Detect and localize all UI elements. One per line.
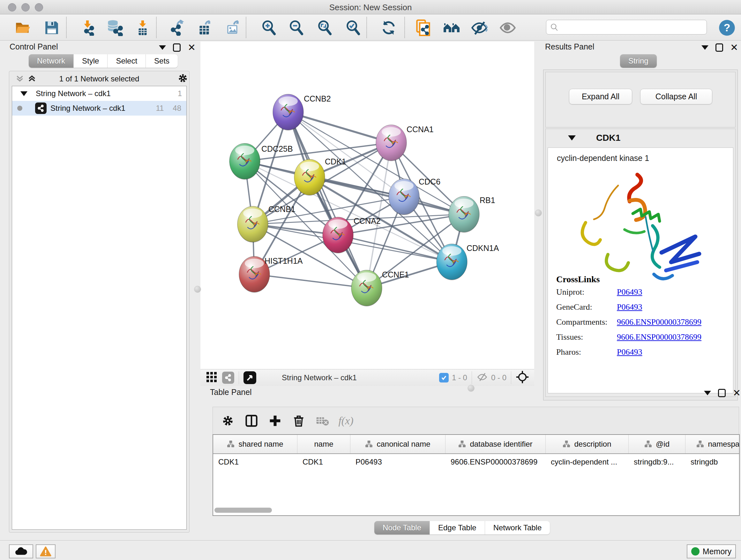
crosslink-label: Pharos:	[556, 348, 617, 357]
edge-CCNB2-CCNA1[interactable]	[288, 112, 391, 143]
documents-share-icon[interactable]	[414, 19, 432, 37]
hidden-eye-icon[interactable]	[476, 371, 488, 384]
column-header-name[interactable]: name	[297, 435, 350, 453]
network-share-icon[interactable]	[222, 372, 234, 384]
search-input[interactable]	[561, 22, 699, 32]
collapse-arrow-icon[interactable]	[568, 135, 576, 140]
help-icon[interactable]: ?	[718, 19, 736, 37]
left-splitter-handle[interactable]	[194, 286, 201, 293]
add-column-icon[interactable]	[263, 415, 287, 427]
column-header-namespace[interactable]: namespace	[685, 435, 740, 453]
column-header-shared-name[interactable]: shared name	[213, 435, 297, 453]
tab-select[interactable]: Select	[108, 54, 146, 68]
gene-header[interactable]: CDK1	[546, 129, 735, 147]
close-panel-icon[interactable]: ✕	[730, 44, 738, 51]
delete-table-icon[interactable]	[311, 414, 334, 428]
table-cell[interactable]: stringdb:9...	[629, 457, 685, 466]
column-header-database-identifier[interactable]: database identifier	[446, 435, 546, 453]
tab-style[interactable]: Style	[74, 54, 108, 68]
column-header--id[interactable]: @id	[629, 435, 685, 453]
tab-string[interactable]: String	[620, 54, 657, 68]
collapse-all-button[interactable]: Collapse All	[640, 89, 712, 105]
tab-network-table[interactable]: Network Table	[485, 521, 550, 535]
table-cell[interactable]: CDK1	[297, 457, 350, 466]
crosslink-link[interactable]: 9606.ENSP00000378699	[617, 332, 701, 342]
zoom-in-icon[interactable]	[260, 19, 278, 37]
collapse-arrow-icon[interactable]	[20, 91, 27, 96]
cloud-button[interactable]	[9, 544, 33, 558]
column-header-canonical-name[interactable]: canonical name	[350, 435, 446, 453]
table-gear-icon[interactable]	[216, 415, 240, 427]
table-cell[interactable]: 9606.ENSP00000378699	[446, 457, 546, 466]
tab-edge-table[interactable]: Edge Table	[430, 521, 485, 535]
node-CCNB1[interactable]	[238, 206, 268, 243]
eye-hide-icon[interactable]	[471, 19, 488, 37]
houses-icon[interactable]	[443, 19, 460, 37]
crosslink-link[interactable]: P06493	[617, 348, 642, 357]
network-collection-row[interactable]: String Network – cdk1 1	[12, 86, 186, 101]
node-CCNA1[interactable]	[376, 125, 407, 161]
show-columns-icon[interactable]	[240, 415, 263, 427]
table-row[interactable]: CDK1CDK1P064939606.ENSP00000378699cyclin…	[213, 454, 739, 470]
fit-selected-crosshair-icon[interactable]	[516, 370, 529, 385]
export-network-icon[interactable]	[168, 19, 185, 37]
memory-button[interactable]: Memory	[687, 544, 736, 558]
node-CCNE1[interactable]	[351, 270, 382, 307]
grid-view-icon[interactable]	[206, 372, 217, 384]
network-graph[interactable]: CCNB2CCNA1CDC25BCDK1CDC6RB1CCNB1CCNA2CDK…	[200, 42, 534, 369]
zoom-selected-icon[interactable]	[345, 19, 362, 37]
results-panel-title: Results Panel	[545, 42, 594, 51]
crosslink-link[interactable]: 9606.ENSP00000378699	[617, 317, 701, 327]
node-CDC25B[interactable]	[229, 143, 260, 180]
expand-all-button[interactable]: Expand All	[569, 89, 632, 105]
refresh-icon[interactable]	[380, 19, 397, 37]
network-options-gear-icon[interactable]	[178, 73, 188, 84]
eye-show-icon[interactable]	[499, 19, 516, 37]
zoom-fit-icon[interactable]	[316, 19, 333, 37]
selected-checkbox-icon[interactable]	[439, 373, 449, 382]
string-results-card: Expand All Collapse All CDK1 cyclin-depe…	[543, 70, 738, 400]
close-panel-icon[interactable]: ✕	[188, 44, 196, 51]
network-canvas[interactable]: CCNB2CCNA1CDC25BCDK1CDC6RB1CCNB1CCNA2CDK…	[200, 42, 534, 386]
edge-HIST1H1A-CCNE1[interactable]	[254, 274, 367, 288]
panel-menu-icon[interactable]	[704, 391, 711, 395]
tab-node-table[interactable]: Node Table	[374, 521, 430, 535]
import-network-from-database-icon[interactable]	[106, 19, 123, 37]
column-header-description[interactable]: description	[546, 435, 629, 453]
tab-network[interactable]: Network	[29, 54, 74, 68]
edge-CDK1-RB1[interactable]	[310, 177, 464, 214]
table-cell[interactable]: cyclin-dependent ...	[546, 457, 629, 466]
table-cell[interactable]: P06493	[350, 457, 446, 466]
birdseye-view-icon[interactable]	[244, 371, 256, 384]
table-cell[interactable]: stringdb	[685, 457, 740, 466]
open-session-icon[interactable]	[14, 19, 31, 37]
search-box[interactable]	[546, 20, 707, 35]
network-row-selected[interactable]: String Network – cdk1 11 48	[12, 101, 186, 116]
close-panel-icon[interactable]: ✕	[733, 390, 741, 396]
crosslink-link[interactable]: P06493	[617, 302, 642, 312]
horizontal-scrollbar[interactable]	[214, 508, 272, 513]
table-cell[interactable]: CDK1	[213, 457, 297, 466]
node-RB1[interactable]	[449, 196, 479, 233]
node-CCNA2[interactable]	[323, 217, 353, 253]
node-CCNB2[interactable]	[273, 94, 304, 131]
tab-sets[interactable]: Sets	[146, 54, 178, 68]
panel-menu-icon[interactable]	[159, 45, 166, 50]
export-image-icon[interactable]	[224, 19, 241, 37]
float-panel-icon[interactable]	[716, 44, 723, 52]
node-CDC6[interactable]	[389, 179, 419, 215]
float-panel-icon[interactable]	[718, 389, 726, 397]
node-CDKN1A[interactable]	[436, 244, 467, 280]
import-table-icon[interactable]	[134, 19, 151, 37]
save-session-icon[interactable]	[43, 19, 60, 37]
delete-column-icon[interactable]	[287, 415, 311, 427]
node-CDK1[interactable]	[294, 159, 325, 196]
panel-menu-icon[interactable]	[701, 45, 709, 50]
zoom-out-icon[interactable]	[288, 19, 305, 37]
function-builder-icon[interactable]: f(x)	[334, 415, 358, 427]
export-table-icon[interactable]	[196, 19, 213, 37]
warning-button[interactable]	[36, 544, 56, 558]
float-panel-icon[interactable]	[173, 44, 181, 52]
import-network-icon[interactable]	[79, 19, 96, 37]
crosslink-link[interactable]: P06493	[617, 287, 642, 297]
